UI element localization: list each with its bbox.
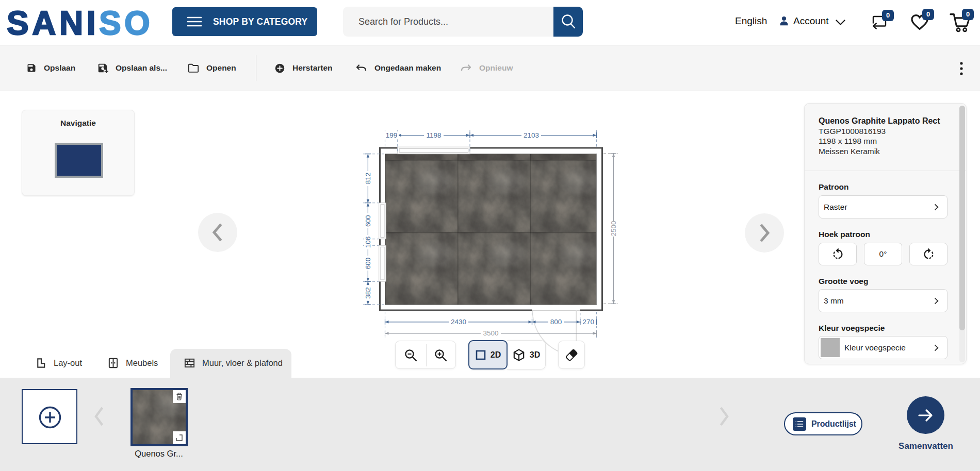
svg-text:106: 106: [364, 237, 372, 248]
svg-text:3500: 3500: [483, 329, 498, 337]
svg-text:2103: 2103: [524, 131, 539, 139]
svg-text:600: 600: [364, 215, 372, 227]
svg-text:199: 199: [386, 131, 398, 139]
svg-text:2430: 2430: [451, 318, 466, 326]
svg-text:2500: 2500: [610, 221, 617, 236]
svg-text:812: 812: [364, 173, 372, 184]
svg-text:1198: 1198: [426, 131, 441, 139]
svg-text:270: 270: [582, 318, 594, 326]
svg-text:382: 382: [364, 287, 372, 299]
svg-text:600: 600: [364, 258, 372, 270]
svg-text:800: 800: [550, 318, 562, 326]
